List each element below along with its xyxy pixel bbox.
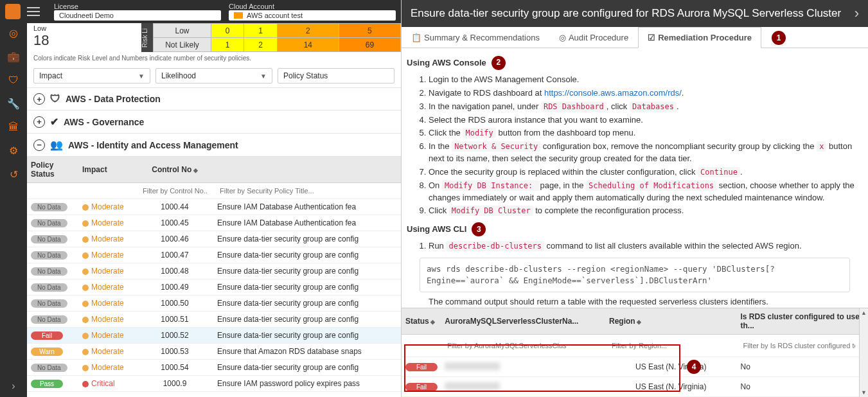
- risk-summary: Low 18: [27, 23, 141, 52]
- account-field: Cloud Account AWS account test: [229, 3, 396, 21]
- filter-cluster-name[interactable]: [445, 340, 593, 351]
- col-status[interactable]: Status: [402, 308, 441, 335]
- filter-control-no[interactable]: [140, 185, 209, 197]
- risk-axis-label: Risk Li: [141, 23, 153, 52]
- filter-policy-title[interactable]: [217, 185, 397, 197]
- doc-link[interactable]: https://console.aws.amazon.com/rds/: [544, 88, 682, 98]
- results-scrollbar[interactable]: ▲▼: [859, 308, 868, 397]
- policy-row[interactable]: WarnModerate1000.53Ensure that Amazon RD…: [27, 344, 401, 360]
- policy-row[interactable]: No DataModerate1000.48Ensure data-tier s…: [27, 263, 401, 279]
- legend-note: Colors indicate Risk Level and Numbers i…: [27, 52, 401, 64]
- policy-row[interactable]: No DataModerate1000.45Ensure IAM Databas…: [27, 215, 401, 231]
- risk-heatmap: Low0125Not Likely121469: [153, 23, 401, 52]
- policy-row[interactable]: No DataModerate1000.46Ensure data-tier s…: [27, 231, 401, 247]
- nav-gear-icon[interactable]: ⚙: [9, 145, 18, 157]
- category-header[interactable]: −👥AWS - Identity and Access Management: [27, 134, 401, 157]
- policy-row[interactable]: FailModerate1000.52Ensure data-tier secu…: [27, 328, 401, 344]
- result-row[interactable]: Failredacted clusterUS East (N. Virginia…: [402, 377, 868, 397]
- details-tabs: 📋 Summary & Recommendations ◎ Audit Proc…: [402, 27, 868, 48]
- filter-impact[interactable]: Impact▼: [33, 68, 150, 84]
- category-header[interactable]: +🛡AWS - Data Protection: [27, 88, 401, 110]
- filter-configured[interactable]: [740, 340, 858, 351]
- nav-shield-icon[interactable]: 🛡: [8, 75, 19, 86]
- policies-list: +🛡AWS - Data Protection+✔AWS - Governanc…: [27, 87, 401, 397]
- tab-remediation[interactable]: ☑ Remediation Procedure: [638, 27, 761, 48]
- policy-row[interactable]: No DataModerate1000.44Ensure IAM Databas…: [27, 199, 401, 215]
- results-table: Status AuroraMySQLServerlessClusterNa...…: [402, 308, 868, 397]
- callout-3: 3: [472, 222, 486, 236]
- nav-dashboard-icon[interactable]: ◎: [9, 27, 18, 39]
- tab-summary[interactable]: 📋 Summary & Recommendations: [402, 27, 549, 48]
- category-header[interactable]: +✔AWS - Governance: [27, 110, 401, 134]
- close-panel-icon[interactable]: ›: [855, 5, 859, 22]
- account-select[interactable]: AWS account test: [229, 10, 396, 21]
- policy-row[interactable]: No DataModerate1000.47Ensure data-tier s…: [27, 247, 401, 263]
- main-panel: Low 18 Risk Li Low0125Not Likely121469 C…: [27, 23, 401, 397]
- policy-row[interactable]: PassCritical1000.9Ensure IAM password po…: [27, 376, 401, 392]
- app-logo: [5, 4, 21, 19]
- details-panel: Ensure data-tier security group are conf…: [401, 0, 868, 397]
- details-header: Ensure data-tier security group are conf…: [402, 0, 868, 27]
- filter-likelihood[interactable]: Likelihood▼: [155, 68, 272, 84]
- col-configured[interactable]: Is RDS cluster configured to use th...: [736, 308, 868, 335]
- menu-toggle-icon[interactable]: [27, 7, 40, 16]
- nav-history-icon[interactable]: ↺: [10, 168, 18, 181]
- nav-bank-icon[interactable]: 🏛: [8, 121, 19, 133]
- sidebar-expand-icon[interactable]: ›: [12, 380, 15, 392]
- filter-status[interactable]: Policy Status: [278, 68, 394, 84]
- license-field: License Cloudneeti Demo: [54, 3, 221, 21]
- col-region[interactable]: Region: [605, 308, 737, 335]
- policy-row[interactable]: No DataModerate1000.51Ensure data-tier s…: [27, 312, 401, 328]
- tab-audit[interactable]: ◎ Audit Procedure: [549, 27, 638, 48]
- category-header[interactable]: +⚛AWS - Networking: [27, 392, 401, 397]
- policy-row[interactable]: No DataModerate1000.54Ensure data-tier s…: [27, 360, 401, 376]
- callout-4: 4: [687, 360, 701, 374]
- tab-content: Using AWS Console 2 Login to the AWS Man…: [402, 48, 868, 308]
- license-select[interactable]: Cloudneeti Demo: [54, 10, 221, 21]
- policy-row[interactable]: No DataModerate1000.50Ensure data-tier s…: [27, 296, 401, 312]
- callout-2: 2: [492, 56, 506, 70]
- callout-1: 1: [772, 31, 786, 45]
- filter-region[interactable]: [609, 340, 727, 351]
- results-wrap: Status AuroraMySQLServerlessClusterNa...…: [402, 308, 868, 397]
- code-block: aws rds describe-db-clusters --region <r…: [420, 258, 850, 292]
- policy-row[interactable]: No DataModerate1000.49Ensure data-tier s…: [27, 279, 401, 296]
- sidebar: ◎ 💼 🛡 🔧 🏛 ⚙ ↺ ›: [0, 23, 27, 397]
- nav-key-icon[interactable]: 🔧: [7, 98, 20, 110]
- nav-briefcase-icon[interactable]: 💼: [7, 51, 20, 63]
- result-row[interactable]: Failredacted clusterUS East (N. Virginia…: [402, 357, 868, 377]
- col-cluster-name[interactable]: AuroraMySQLServerlessClusterNa...: [441, 308, 605, 335]
